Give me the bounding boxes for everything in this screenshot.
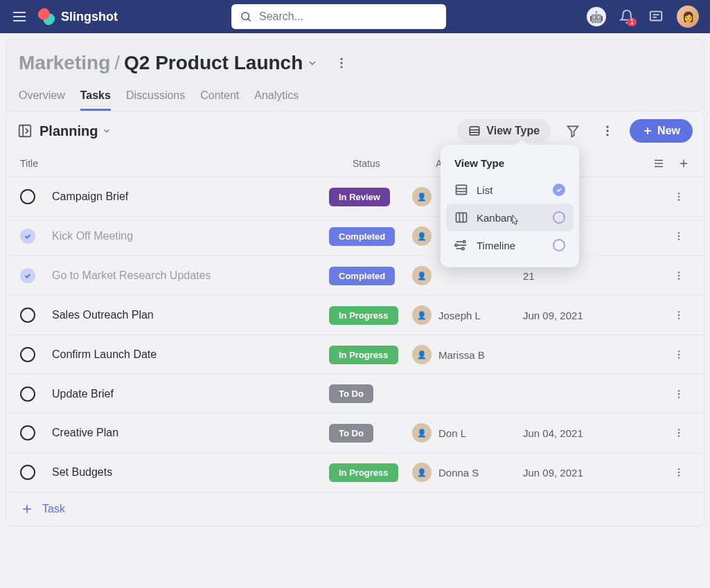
table-row[interactable]: Sales Outreach Plan In Progress 👤Joseph … [6, 296, 704, 335]
radio-indicator [553, 239, 565, 251]
dots-vertical-icon [673, 270, 684, 281]
svg-line-4 [248, 19, 250, 21]
plus-icon [20, 502, 34, 516]
row-more-button[interactable] [668, 386, 690, 402]
column-headers: Title Status A [6, 150, 704, 177]
breadcrumb-current[interactable]: Q2 Product Launch [124, 52, 318, 74]
svg-point-8 [341, 58, 343, 60]
row-more-button[interactable] [668, 188, 690, 205]
table-row[interactable]: Update Brief To Do [6, 375, 704, 413]
view-option-list[interactable]: List [446, 176, 574, 204]
chat-button[interactable] [648, 8, 664, 25]
task-checkbox[interactable] [20, 268, 35, 283]
table-row[interactable]: Kick Off Meeting Completed 👤 21 [6, 217, 704, 256]
page-title: Q2 Product Launch [124, 52, 303, 74]
task-checkbox[interactable] [20, 465, 35, 480]
chevron-down-icon [102, 126, 112, 136]
view-option-timeline[interactable]: Timeline [446, 231, 574, 259]
new-button[interactable]: New [630, 119, 693, 143]
assignee-avatar: 👤 [412, 345, 432, 364]
task-checkbox[interactable] [20, 189, 35, 204]
app-logo[interactable]: Slingshot [37, 8, 118, 26]
task-checkbox[interactable] [20, 347, 35, 362]
status-badge[interactable]: To Do [329, 424, 373, 443]
svg-point-44 [678, 238, 680, 240]
user-avatar[interactable]: 👩 [677, 6, 699, 28]
status-badge[interactable]: In Progress [329, 306, 398, 325]
status-badge[interactable]: Completed [329, 267, 395, 285]
row-more-button[interactable] [668, 346, 690, 363]
task-checkbox[interactable] [20, 308, 35, 323]
svg-marker-16 [568, 126, 578, 136]
table-row[interactable]: Creative Plan To Do 👤Don L Jun 04, 2021 [6, 413, 704, 453]
view-option-label: Kanban [477, 212, 513, 224]
chat-icon [648, 9, 664, 24]
table-row[interactable]: Go to Market Research Updates Completed … [6, 256, 704, 296]
search-icon [240, 10, 252, 23]
task-checkbox[interactable] [20, 386, 35, 402]
svg-point-42 [678, 232, 680, 233]
align-icon[interactable] [653, 157, 665, 170]
assignee-cell[interactable]: 👤 [412, 266, 523, 285]
assignee-cell[interactable]: 👤Donna S [412, 463, 523, 482]
task-title: Confirm Launch Date [52, 348, 329, 361]
task-title: Sales Outreach Plan [52, 309, 329, 321]
dots-vertical-icon [673, 467, 684, 478]
due-date: Jun 09, 2021 [523, 467, 599, 479]
assignee-avatar: 👤 [412, 187, 432, 206]
panel-more-button[interactable] [595, 118, 620, 143]
section-icon [17, 123, 33, 139]
assignee-avatar: 👤 [412, 423, 432, 443]
assistant-avatar-icon[interactable]: 🤖 [587, 7, 606, 26]
row-more-button[interactable] [668, 267, 690, 284]
add-column-icon[interactable] [677, 157, 690, 170]
svg-point-39 [678, 193, 680, 194]
breadcrumb-parent[interactable]: Marketing [19, 52, 110, 74]
view-option-label: Timeline [477, 240, 515, 251]
dots-vertical-icon [601, 124, 614, 138]
tab-content[interactable]: Content [200, 89, 239, 111]
table-row[interactable]: Campaign Brief In Review 👤 21 [6, 177, 704, 217]
assignee-cell[interactable]: 👤Marissa B [412, 345, 523, 364]
page-header: Marketing / Q2 Product Launch OverviewTa… [6, 39, 704, 111]
svg-point-10 [341, 66, 343, 68]
menu-icon[interactable] [11, 8, 28, 25]
view-type-button[interactable]: View Type [457, 119, 551, 143]
assignee-cell[interactable]: 👤Don L [412, 423, 523, 443]
svg-point-17 [606, 126, 608, 128]
filter-button[interactable] [560, 118, 585, 143]
section-title[interactable]: Planning [39, 123, 112, 139]
dots-vertical-icon [335, 56, 348, 70]
tab-discussions[interactable]: Discussions [126, 89, 185, 111]
status-badge[interactable]: In Review [329, 188, 390, 206]
view-option-kanban[interactable]: Kanban [446, 204, 574, 231]
task-checkbox[interactable] [20, 229, 35, 244]
status-badge[interactable]: In Progress [329, 463, 398, 482]
table-row[interactable]: Set Budgets In Progress 👤Donna S Jun 09,… [6, 453, 704, 492]
dots-vertical-icon [673, 427, 684, 438]
status-badge[interactable]: In Progress [329, 346, 398, 364]
breadcrumb: Marketing / Q2 Product Launch [19, 52, 691, 74]
dots-vertical-icon [673, 389, 684, 400]
assignee-avatar: 👤 [412, 305, 432, 325]
status-badge[interactable]: To Do [329, 384, 373, 403]
task-checkbox[interactable] [20, 425, 35, 440]
search-box[interactable] [231, 4, 446, 29]
column-title: Title [20, 158, 353, 169]
row-more-button[interactable] [668, 464, 690, 481]
row-more-button[interactable] [668, 228, 690, 244]
tab-analytics[interactable]: Analytics [254, 89, 299, 111]
tab-tasks[interactable]: Tasks [80, 89, 111, 111]
search-input[interactable] [259, 10, 438, 23]
tab-overview[interactable]: Overview [19, 89, 65, 111]
add-task-button[interactable]: Task [6, 492, 704, 526]
table-row[interactable]: Confirm Launch Date In Progress 👤Marissa… [6, 335, 704, 375]
row-more-button[interactable] [668, 307, 690, 323]
page-more-button[interactable] [335, 56, 348, 70]
svg-point-57 [678, 429, 680, 430]
row-more-button[interactable] [668, 425, 690, 441]
assignee-avatar: 👤 [412, 226, 432, 246]
assignee-cell[interactable]: 👤Joseph L [412, 305, 523, 325]
notifications-button[interactable]: 1 [619, 8, 635, 25]
status-badge[interactable]: Completed [329, 227, 395, 246]
